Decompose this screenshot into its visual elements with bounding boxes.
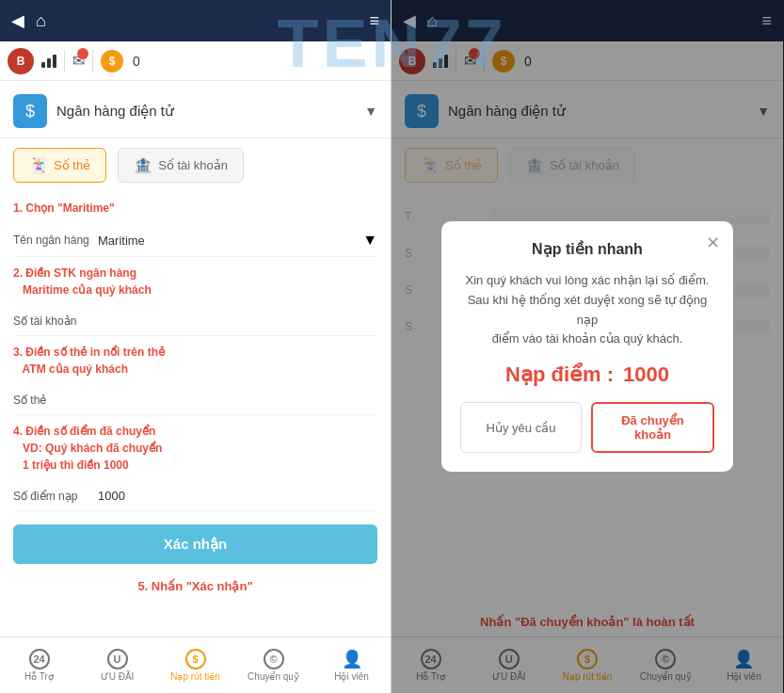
left-nav-deposit-label: Nạp rút tiền (170, 671, 220, 682)
left-bank-field-label: Tên ngân hàng (13, 234, 98, 247)
left-bank-header-left: $ Ngân hàng điện tử (13, 94, 174, 128)
left-divider2 (92, 50, 93, 73)
right-modal-overlay: Nạp tiền nhanh ✕ Xin quý khách vui lòng … (392, 0, 783, 693)
left-nav-transfer[interactable]: © Chuyển quỹ (234, 637, 312, 693)
left-form-card: Số thẻ (0, 381, 391, 419)
left-steps23: 2. Điền STK ngân hàng Maritime của quý k… (0, 261, 391, 302)
left-top-bar-left: ◀ ⌂ (11, 10, 46, 31)
left-panel: ◀ ⌂ ≡ B ✉ $ 0 $ Ngân (0, 0, 392, 693)
right-modal-confirm-button[interactable]: Đã chuyển khoản (591, 402, 714, 453)
right-modal-body-line2: Sau khi hệ thống xét duyệt xong sẽ tự độ… (468, 293, 708, 327)
left-step1: 1. Chọn "Maritime" (0, 192, 391, 220)
bar2 (47, 58, 51, 68)
left-step3: 3. Điền số thẻ in nổi trên thẻ ATM của q… (0, 340, 391, 381)
left-step4-text: 4. Điền số điểm đã chuyển VD: Quý khách … (13, 423, 377, 474)
left-step4: 4. Điền số điểm đã chuyển VD: Quý khách … (0, 419, 391, 477)
left-nav-deposit[interactable]: $ Nạp rút tiền (156, 637, 234, 693)
left-tabs-row: 🃏 Số thẻ 🏦 Số tài khoản (0, 138, 391, 192)
left-avatar: B (8, 48, 34, 74)
left-nav-member-icon: 👤 (342, 649, 362, 669)
left-top-bar: ◀ ⌂ ≡ (0, 0, 391, 41)
left-signal-bars (41, 55, 56, 68)
right-modal-cancel-button[interactable]: Hủy yêu cầu (460, 402, 582, 453)
left-bank-value: Maritime (98, 234, 362, 248)
left-nav-transfer-label: Chuyển quỹ (248, 671, 299, 682)
right-modal-buttons: Hủy yêu cầu Đã chuyển khoản (460, 402, 714, 453)
left-bottom-nav: 24 Hỗ Trợ U ƯU ĐÃI $ Nạp rút tiền © Chuy… (0, 637, 391, 693)
left-coin-icon: $ (101, 50, 123, 73)
left-divider1 (64, 50, 65, 73)
left-tab-account-label: Số tài khoản (158, 158, 228, 172)
left-account-input[interactable] (98, 314, 377, 328)
left-nav-transfer-icon: © (264, 649, 284, 669)
left-step3-text: 3. Điền số thẻ in nổi trên thẻ ATM của q… (13, 344, 377, 378)
left-card-label: Số thẻ (13, 394, 98, 407)
left-form-account: Số tài khoản (0, 302, 391, 340)
left-bank-icon: $ (13, 94, 47, 128)
left-confirm-button[interactable]: Xác nhận (13, 524, 377, 564)
left-tab-card-label: Số thẻ (54, 158, 90, 172)
right-modal-title: Nạp tiền nhanh (460, 240, 714, 258)
right-modal-body-line1: Xin quý khách vui lòng xác nhận lại số đ… (466, 273, 710, 287)
left-nav-member-label: Hội viên (334, 671, 369, 682)
left-envelope-badge (77, 48, 88, 59)
right-modal-body: Xin quý khách vui lòng xác nhận lại số đ… (460, 271, 714, 349)
left-field-card: Số thẻ (13, 385, 377, 415)
left-tab-account[interactable]: 🏦 Số tài khoản (118, 148, 244, 183)
right-modal: Nạp tiền nhanh ✕ Xin quý khách vui lòng … (441, 221, 733, 472)
bar3 (53, 55, 56, 68)
left-step5-text: 5. Nhấn "Xác nhận" (13, 577, 377, 596)
right-modal-nap: Nạp điểm : 1000 (460, 363, 714, 387)
left-nav-support-label: Hỗ Trợ (24, 671, 54, 682)
left-points-label: Số điểm nạp (13, 490, 98, 503)
right-modal-body-line3: điểm vào tài khoản của quý khách. (492, 331, 683, 346)
left-card-input[interactable] (98, 393, 377, 407)
right-modal-close[interactable]: ✕ (706, 233, 720, 253)
left-nav-promo-icon: U (107, 649, 128, 669)
left-bank-chevron[interactable]: ▼ (364, 104, 377, 119)
left-step5: 5. Nhấn "Xác nhận" (0, 573, 391, 600)
left-tab-card-icon: 🃏 (29, 156, 48, 174)
left-account-label: Số tài khoản (13, 314, 98, 328)
left-status-bar: B ✉ $ 0 (0, 41, 391, 81)
left-bank-dropdown[interactable]: Maritime ▼ (98, 232, 377, 249)
right-modal-nap-label: Nạp điểm : (505, 363, 614, 386)
left-field-points: Số điểm nạp 1000 (13, 481, 377, 511)
right-modal-nap-value: 1000 (623, 363, 669, 386)
left-form-bank: Tên ngân hàng Maritime ▼ (0, 220, 391, 261)
left-menu-button[interactable]: ≡ (369, 11, 379, 31)
right-panel: ◀ ⌂ ≡ B ✉ $ 0 $ Ngân (392, 0, 783, 693)
left-step1-text: 1. Chọn "Maritime" (13, 200, 377, 217)
left-tab-account-icon: 🏦 (134, 156, 152, 174)
left-home-button[interactable]: ⌂ (36, 11, 46, 31)
left-nav-support[interactable]: 24 Hỗ Trợ (0, 637, 78, 693)
left-bank-header[interactable]: $ Ngân hàng điện tử ▼ (0, 85, 391, 138)
left-points-value: 1000 (98, 489, 377, 503)
left-nav-support-icon: 24 (29, 649, 50, 669)
left-balance: 0 (133, 54, 140, 69)
left-bank-dropdown-chevron: ▼ (362, 232, 377, 249)
left-field-bank: Tên ngân hàng Maritime ▼ (13, 224, 377, 257)
left-bank-label: Ngân hàng điện tử (56, 103, 174, 120)
left-back-button[interactable]: ◀ (11, 10, 24, 31)
bar1 (41, 62, 45, 68)
left-form-points: Số điểm nạp 1000 (0, 477, 391, 515)
left-nav-deposit-icon: $ (185, 649, 206, 669)
left-tab-card[interactable]: 🃏 Số thẻ (13, 148, 106, 183)
left-nav-promo[interactable]: U ƯU ĐÃI (78, 637, 156, 693)
left-envelope[interactable]: ✉ (72, 52, 85, 70)
left-step2-text: 2. Điền STK ngân hàng Maritime của quý k… (13, 265, 377, 298)
left-nav-member[interactable]: 👤 Hội viên (312, 637, 391, 693)
main-container: TEN77 ◀ ⌂ ≡ B ✉ $ 0 (0, 0, 784, 693)
left-field-account: Số tài khoản (13, 306, 377, 336)
left-nav-promo-label: ƯU ĐÃI (101, 671, 135, 682)
